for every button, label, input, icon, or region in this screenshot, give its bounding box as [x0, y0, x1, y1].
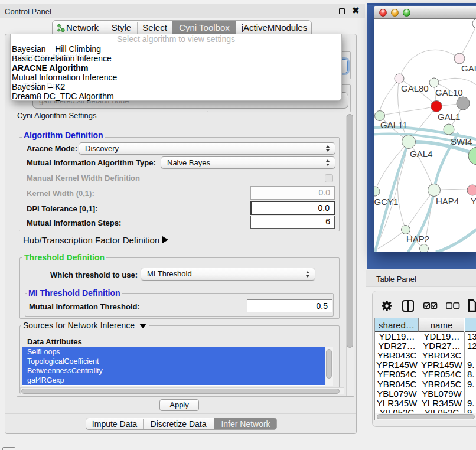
- svg-text:GAL1: GAL1: [438, 112, 460, 122]
- svg-text:HAP4: HAP4: [436, 196, 459, 206]
- svg-text:Y: Y: [471, 196, 476, 206]
- svg-text:GAL: GAL: [461, 63, 476, 73]
- svg-text:GCY1: GCY1: [374, 197, 399, 207]
- svg-text:HAP2: HAP2: [406, 234, 429, 244]
- svg-text:GAL11: GAL11: [380, 120, 407, 130]
- svg-text:GAL4: GAL4: [410, 149, 432, 159]
- svg-text:GAL10: GAL10: [435, 87, 463, 97]
- svg-text:GAL80: GAL80: [401, 83, 429, 93]
- svg-text:SWI4: SWI4: [451, 136, 472, 146]
